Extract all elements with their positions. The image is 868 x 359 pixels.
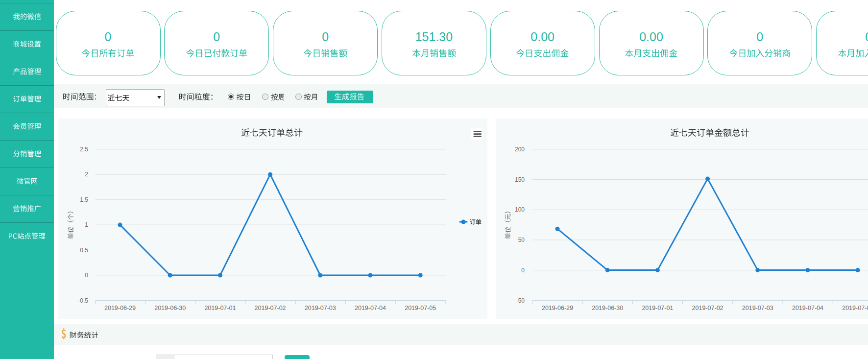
svg-text:2019-07-05: 2019-07-05 — [405, 305, 436, 311]
svg-text:0.5: 0.5 — [80, 247, 88, 254]
svg-text:2.5: 2.5 — [80, 146, 88, 153]
svg-text:2019-07-05: 2019-07-05 — [842, 305, 868, 311]
svg-text:2019-07-02: 2019-07-02 — [692, 305, 723, 311]
svg-text:200: 200 — [515, 146, 525, 153]
svg-text:0: 0 — [85, 272, 88, 279]
svg-text:2019-07-03: 2019-07-03 — [305, 305, 336, 311]
svg-text:2019-07-03: 2019-07-03 — [742, 305, 773, 311]
svg-text:0: 0 — [521, 267, 525, 274]
svg-text:2019-07-04: 2019-07-04 — [355, 305, 386, 311]
svg-text:2019-07-02: 2019-07-02 — [255, 305, 286, 311]
svg-text:-50: -50 — [516, 297, 525, 304]
svg-text:150: 150 — [515, 176, 525, 183]
svg-text:1: 1 — [85, 221, 88, 228]
svg-text:2019-06-30: 2019-06-30 — [592, 305, 623, 311]
svg-text:2019-07-04: 2019-07-04 — [792, 305, 823, 311]
svg-text:2019-07-01: 2019-07-01 — [204, 305, 236, 311]
svg-text:2019-07-01: 2019-07-01 — [642, 305, 673, 311]
svg-text:-0.5: -0.5 — [78, 297, 88, 304]
svg-text:2019-06-29: 2019-06-29 — [104, 305, 136, 311]
svg-text:2: 2 — [85, 171, 88, 178]
svg-text:2019-06-29: 2019-06-29 — [542, 305, 573, 311]
svg-text:1.5: 1.5 — [80, 196, 88, 203]
svg-text:2019-06-30: 2019-06-30 — [154, 305, 186, 311]
svg-text:100: 100 — [515, 206, 525, 213]
svg-text:50: 50 — [518, 237, 525, 243]
